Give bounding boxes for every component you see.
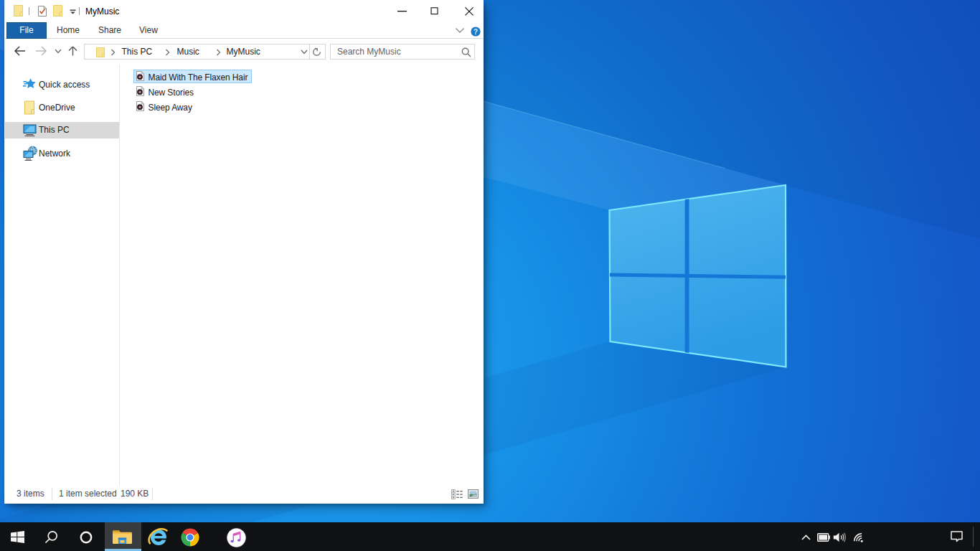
svg-text:?: ? — [473, 27, 478, 36]
